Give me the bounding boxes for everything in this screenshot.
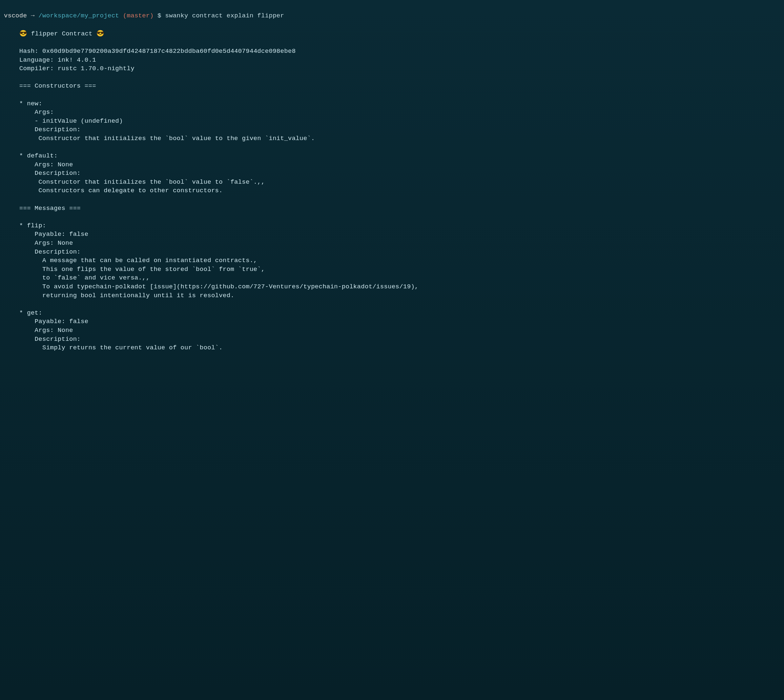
message-args: Args: None xyxy=(19,240,73,247)
constructors-section-header: === Constructors === xyxy=(19,82,96,90)
message-description: returning bool intentionally until it is… xyxy=(19,292,234,299)
sunglasses-emoji-icon: 😎 xyxy=(19,30,27,37)
hash-label: Hash: xyxy=(19,48,39,55)
language-label: Language: xyxy=(19,57,54,63)
message-name: * get: xyxy=(19,309,42,317)
prompt-command: swanky contract explain flipper xyxy=(165,12,284,19)
prompt-branch-open: ( xyxy=(123,12,127,19)
constructor-args: Args: None xyxy=(19,161,73,168)
terminal-output: 😎 flipper Contract 😎 Hash: 0x60d9bd9e779… xyxy=(4,21,780,352)
message-description-label: Description: xyxy=(19,248,81,255)
message-description-label: Description: xyxy=(19,335,81,343)
sunglasses-emoji-icon: 😎 xyxy=(97,30,104,37)
message-description: To avoid typechain-polkadot [issue](http… xyxy=(19,283,419,290)
constructor-name: * default: xyxy=(19,152,58,159)
constructor-args-label: Args: xyxy=(19,108,54,116)
message-payable: Payable: false xyxy=(19,318,88,325)
compiler-value: rustc 1.70.0-nightly xyxy=(58,65,135,72)
message-description: to `false` and vice versa.,, xyxy=(19,274,150,282)
constructor-description: Constructors can delegate to other const… xyxy=(19,187,223,194)
prompt-path: /workspace/my_project xyxy=(38,12,119,19)
hash-value: 0x60d9bd9e7790200a39dfd42487187c4822bddb… xyxy=(42,48,295,55)
prompt-branch-close: ) xyxy=(150,12,154,19)
message-args: Args: None xyxy=(19,327,73,334)
message-description: A message that can be called on instanti… xyxy=(19,257,257,264)
message-name: * flip: xyxy=(19,222,46,229)
prompt-dollar: $ xyxy=(157,12,162,19)
prompt-arrow: → xyxy=(31,12,35,19)
message-payable: Payable: false xyxy=(19,231,88,238)
constructor-name: * new: xyxy=(19,100,42,107)
prompt-branch: master xyxy=(127,12,150,19)
message-description: This one flips the value of the stored `… xyxy=(19,266,265,273)
constructor-description-label: Description: xyxy=(19,126,81,133)
constructor-description: Constructor that initializes the `bool` … xyxy=(19,178,265,186)
prompt-user: vscode xyxy=(4,12,27,19)
message-description: Simply returns the current value of our … xyxy=(19,344,223,351)
constructor-description-label: Description: xyxy=(19,170,81,177)
terminal-prompt[interactable]: vscode → /workspace/my_project (master) … xyxy=(4,3,780,20)
messages-section-header: === Messages === xyxy=(19,205,81,212)
compiler-label: Compiler: xyxy=(19,65,54,72)
language-value: ink! 4.0.1 xyxy=(58,57,96,63)
constructor-description: Constructor that initializes the `bool` … xyxy=(19,135,315,142)
contract-title: flipper Contract xyxy=(31,30,92,37)
constructor-arg: - initValue (undefined) xyxy=(19,117,123,125)
